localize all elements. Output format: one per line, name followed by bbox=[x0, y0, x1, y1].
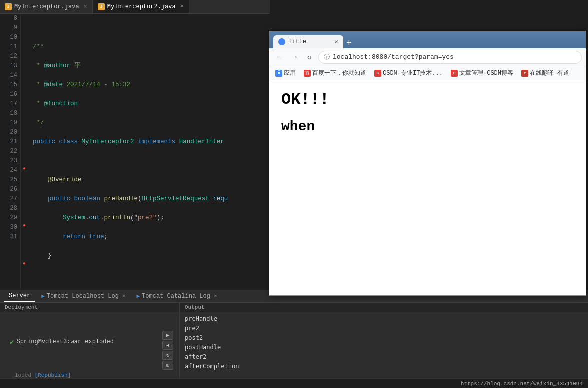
tab-close-icon[interactable]: ✕ bbox=[334, 38, 338, 46]
output-panel: Output preHandle pre2 post2 postHandle a… bbox=[180, 303, 588, 388]
ide-right-top bbox=[270, 0, 588, 31]
deploy-btn-1[interactable]: ▶ bbox=[162, 331, 174, 340]
page-when-text: when bbox=[282, 119, 574, 134]
java-icon: J bbox=[5, 3, 12, 10]
bookmark-csdn1[interactable]: C CSDN-专业IT技术... bbox=[372, 68, 446, 78]
status-bar: https://blog.csdn.net/weixin_43541094 bbox=[0, 378, 588, 388]
tab-tomcat-catalina[interactable]: ▶ Tomcat Catalina Log × bbox=[132, 290, 222, 302]
csdn-icon: C bbox=[374, 70, 382, 77]
close-icon-2[interactable]: × bbox=[180, 3, 184, 10]
output-line-6: afterCompletion bbox=[185, 362, 583, 371]
panel-body: Deployment ✔ SpringMvcTest3:war exploded… bbox=[0, 303, 588, 388]
server-icon: ▶ bbox=[42, 293, 45, 299]
browser-toolbar: ← → ↻ ⓘ localhost:8080/target?param=yes bbox=[270, 48, 586, 66]
java-icon-2: J bbox=[98, 3, 105, 10]
url-text: localhost:8080/target?param=yes bbox=[333, 53, 454, 61]
csdn-icon-2: C bbox=[451, 70, 458, 77]
output-line-2: pre2 bbox=[185, 324, 583, 333]
browser-content: OK!!! when bbox=[270, 80, 586, 295]
youdao-icon: Y bbox=[522, 70, 528, 77]
deploy-btn-4[interactable]: ⊞ bbox=[162, 361, 174, 370]
globe-icon bbox=[278, 38, 286, 45]
apps-icon: ⠿ bbox=[276, 70, 282, 77]
tab-title: Title bbox=[288, 38, 306, 45]
forward-button[interactable]: → bbox=[288, 51, 300, 63]
browser-titlebar: Title ✕ + bbox=[270, 31, 586, 48]
browser-tab-area: Title ✕ + bbox=[274, 31, 582, 48]
output-line-3: post2 bbox=[185, 333, 583, 343]
breakpoint-icon: ● bbox=[23, 166, 26, 171]
output-line-5: after2 bbox=[185, 352, 583, 362]
output-header: Output bbox=[180, 303, 588, 312]
bookmarks-bar: ⠿ 应用 百 百度一下，你就知道 C CSDN-专业IT技术... C 文章管理… bbox=[270, 66, 586, 80]
code-view: 89101112 1314151617 1819202122 232425262… bbox=[0, 14, 270, 290]
breakpoint-icon-2: ● bbox=[23, 223, 26, 228]
output-content: preHandle pre2 post2 postHandle after2 a… bbox=[180, 312, 588, 388]
deploy-item: ✔ SpringMvcTest3:war exploded bbox=[5, 314, 154, 369]
browser-tab[interactable]: Title ✕ bbox=[274, 35, 344, 48]
bookmark-baidu[interactable]: 百 百度一下，你就知道 bbox=[301, 68, 370, 78]
baidu-icon: 百 bbox=[304, 70, 311, 77]
bookmark-csdn2[interactable]: C 文章管理-CSDN博客 bbox=[448, 68, 516, 78]
bottom-panel: Server ▶ Tomcat Localhost Log × ▶ Tomcat… bbox=[0, 290, 588, 388]
address-bar[interactable]: ⓘ localhost:8080/target?param=yes bbox=[318, 51, 582, 64]
browser-window: Title ✕ + ← → ↻ ⓘ localhost:8080/target?… bbox=[269, 31, 586, 296]
tab-myinterceptor2[interactable]: J MyInterceptor2.java × bbox=[93, 0, 190, 13]
status-url: https://blog.csdn.net/weixin_43541094 bbox=[461, 381, 583, 387]
server-subheader: Deployment bbox=[0, 303, 180, 312]
deploy-btn-2[interactable]: ◀ bbox=[162, 341, 174, 350]
close-icon[interactable]: × bbox=[84, 3, 88, 10]
page-ok-text: OK!!! bbox=[282, 90, 574, 109]
refresh-button[interactable]: ↻ bbox=[304, 51, 316, 63]
tab-close-catalina[interactable]: × bbox=[214, 293, 218, 299]
bookmark-apps[interactable]: ⠿ 应用 bbox=[272, 68, 299, 78]
deploy-btn-3[interactable]: ↻ bbox=[162, 351, 174, 360]
deploy-ok-icon: ✔ bbox=[10, 338, 14, 346]
republish-area: loded [Republish] bbox=[5, 372, 154, 378]
back-button[interactable]: ← bbox=[274, 51, 286, 63]
server-icon-2: ▶ bbox=[136, 293, 140, 299]
ide-editor: J MyInterceptor.java × J MyInterceptor2.… bbox=[0, 0, 270, 290]
server-action-buttons: ▶ ◀ ↻ ⊞ bbox=[160, 312, 180, 388]
deployment-header: Deployment bbox=[0, 303, 180, 312]
server-panel: Deployment ✔ SpringMvcTest3:war exploded… bbox=[0, 303, 180, 388]
breakpoint-icon-3: ● bbox=[23, 261, 26, 266]
code-text: /** * @author 平 * @date 2021/7/14 - 15:3… bbox=[31, 14, 270, 290]
output-line-1: preHandle bbox=[185, 314, 583, 324]
new-tab-button[interactable]: + bbox=[346, 38, 352, 48]
tab-close-localhost[interactable]: × bbox=[122, 293, 126, 299]
gutter: ● ● ● bbox=[21, 14, 31, 290]
republish-link[interactable]: [Republish] bbox=[35, 372, 72, 378]
line-numbers: 89101112 1314151617 1819202122 232425262… bbox=[0, 14, 21, 290]
tab-tomcat-localhost[interactable]: ▶ Tomcat Localhost Log × bbox=[36, 290, 130, 302]
ide-tab-bar: J MyInterceptor.java × J MyInterceptor2.… bbox=[0, 0, 270, 14]
bookmark-youdao[interactable]: Y 在线翻译-有道 bbox=[518, 68, 572, 78]
tab-server[interactable]: Server bbox=[4, 290, 36, 302]
tab-myinterceptor[interactable]: J MyInterceptor.java × bbox=[0, 0, 93, 13]
output-line-4: postHandle bbox=[185, 343, 583, 352]
lock-icon: ⓘ bbox=[324, 53, 330, 61]
